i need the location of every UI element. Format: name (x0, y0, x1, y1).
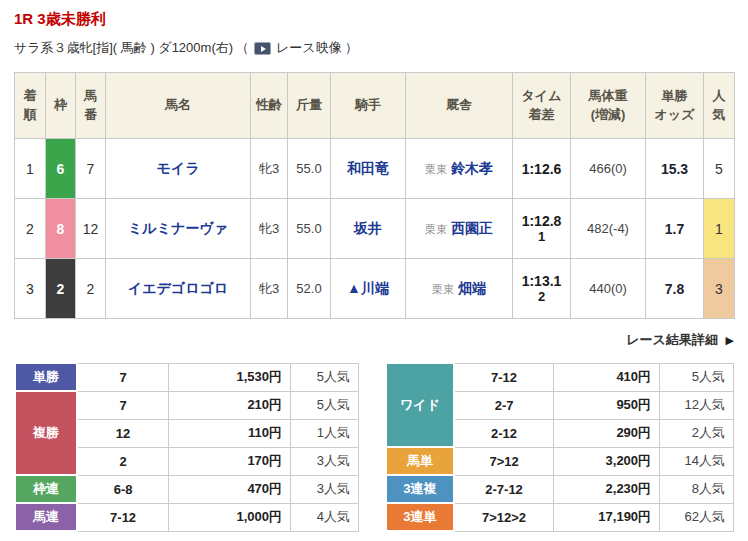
popularity-cell: 5人気 (660, 363, 734, 391)
race-video-link[interactable]: レース映像 (276, 39, 342, 57)
amount-cell: 950円 (554, 391, 660, 419)
col-header-time-margin: タイム着差 (513, 73, 571, 139)
popularity-cell: 1人気 (291, 419, 359, 447)
paren-close: ） (345, 39, 358, 57)
jockey-cell: ▲川端 (331, 259, 406, 319)
col-header-popularity: 人気 (704, 73, 735, 139)
odds-cell: 7.8 (646, 259, 704, 319)
combination-cell: 7-12 (77, 503, 169, 531)
stable-cell: 栗東西園正 (406, 199, 513, 259)
popularity-cell: 3 (704, 259, 735, 319)
amount-cell: 410円 (554, 363, 660, 391)
combination-cell: 2-7 (454, 391, 554, 419)
odds-cell: 1.7 (646, 199, 704, 259)
bet-type-label: 3連複 (386, 475, 454, 503)
amount-cell: 3,200円 (554, 447, 660, 475)
horse-weight-cell: 440(0) (571, 259, 646, 319)
jockey-cell: 坂井 (331, 199, 406, 259)
combination-cell: 7>12 (454, 447, 554, 475)
horse-name-cell: モイラ (106, 139, 251, 199)
horse-name-link[interactable]: モイラ (157, 160, 200, 176)
horse-name-cell: イエデゴロゴロ (106, 259, 251, 319)
popularity-cell: 3人気 (291, 447, 359, 475)
col-header-horse-weight: 馬体重(増減) (571, 73, 646, 139)
stable-region-label: 栗東 (425, 223, 447, 235)
frame-cell: 2 (46, 259, 76, 319)
combination-cell: 7>12>2 (454, 503, 554, 531)
time-margin-cell: 1:12.81 (513, 199, 571, 259)
frame-cell: 8 (46, 199, 76, 259)
popularity-cell: 2人気 (660, 419, 734, 447)
trainer-link[interactable]: 鈴木孝 (451, 160, 493, 176)
popularity-cell: 1 (704, 199, 735, 259)
combination-cell: 2-12 (454, 419, 554, 447)
result-row-3: 3 2 2 イエデゴロゴロ 牝3 52.0 ▲川端 栗東畑端 1:13.12 4… (15, 259, 735, 319)
bet-type-label: 複勝 (15, 391, 77, 475)
horse-name-link[interactable]: イエデゴロゴロ (128, 280, 228, 296)
trainer-link[interactable]: 畑端 (458, 280, 486, 296)
payout-row-place: 複勝 7 210円 5人気 (15, 391, 359, 419)
popularity-cell: 5人気 (291, 363, 359, 391)
col-header-sex-age: 性齢 (251, 73, 288, 139)
paren-open: （ (236, 39, 249, 57)
race-results-table: 着順 枠 馬番 馬名 性齢 斤量 騎手 厩舎 タイム着差 馬体重(増減) 単勝オ… (14, 72, 735, 319)
payout-row-wide: ワイド 7-12 410円 5人気 (386, 363, 734, 391)
popularity-cell: 4人気 (291, 503, 359, 531)
col-header-weight: 斤量 (288, 73, 331, 139)
frame-cell: 6 (46, 139, 76, 199)
amount-cell: 210円 (169, 391, 291, 419)
rank-cell: 3 (15, 259, 46, 319)
results-header-row: 着順 枠 馬番 馬名 性齢 斤量 騎手 厩舎 タイム着差 馬体重(増減) 単勝オ… (15, 73, 735, 139)
race-result-page: 1R 3歳未勝利 サラ系３歳牝[指]( 馬齢 ) ダ1200m(右) （ レース… (0, 0, 748, 532)
amount-cell: 1,000円 (169, 503, 291, 531)
amount-cell: 2,230円 (554, 475, 660, 503)
combination-cell: 2 (77, 447, 169, 475)
trainer-link[interactable]: 西園正 (451, 220, 493, 236)
popularity-cell: 14人気 (660, 447, 734, 475)
payout-table-right: ワイド 7-12 410円 5人気 2-7 950円 12人気 2-12 290… (385, 362, 734, 532)
stable-cell: 栗東鈴木孝 (406, 139, 513, 199)
amount-cell: 170円 (169, 447, 291, 475)
rank-cell: 1 (15, 139, 46, 199)
bet-type-label: 馬単 (386, 447, 454, 475)
col-header-odds: 単勝オッズ (646, 73, 704, 139)
jockey-cell: 和田竜 (331, 139, 406, 199)
payout-row-exacta: 馬単 7>12 3,200円 14人気 (386, 447, 734, 475)
race-result-detail-link[interactable]: レース結果詳細 ▶ (14, 331, 734, 349)
popularity-cell: 62人気 (660, 503, 734, 531)
combination-cell: 6-8 (77, 475, 169, 503)
payout-section: 単勝 7 1,530円 5人気 複勝 7 210円 5人気 12 110円 1人… (14, 362, 734, 532)
amount-cell: 470円 (169, 475, 291, 503)
horse-number-cell: 12 (76, 199, 106, 259)
video-play-icon[interactable] (254, 42, 271, 55)
payout-row-quinella: 馬連 7-12 1,000円 4人気 (15, 503, 359, 531)
sex-age-cell: 牝3 (251, 199, 288, 259)
jockey-weight-cell: 55.0 (288, 199, 331, 259)
combination-cell: 2-7-12 (454, 475, 554, 503)
play-triangle-icon (261, 46, 266, 52)
race-conditions-text: サラ系３歳牝[指]( 馬齢 ) ダ1200m(右) (14, 39, 233, 57)
payout-row-win: 単勝 7 1,530円 5人気 (15, 363, 359, 391)
amount-cell: 1,530円 (169, 363, 291, 391)
horse-name-cell: ミルミナーヴァ (106, 199, 251, 259)
popularity-cell: 12人気 (660, 391, 734, 419)
stable-cell: 栗東畑端 (406, 259, 513, 319)
combination-cell: 7-12 (454, 363, 554, 391)
col-header-jockey: 騎手 (331, 73, 406, 139)
horse-name-link[interactable]: ミルミナーヴァ (128, 220, 228, 236)
jockey-link[interactable]: 和田竜 (347, 160, 389, 176)
horse-number-cell: 7 (76, 139, 106, 199)
jockey-link[interactable]: ▲川端 (347, 280, 389, 296)
bet-type-label: 3連単 (386, 503, 454, 531)
horse-weight-cell: 466(0) (571, 139, 646, 199)
bet-type-label: 枠連 (15, 475, 77, 503)
col-header-rank: 着順 (15, 73, 46, 139)
payout-row-trio: 3連複 2-7-12 2,230円 8人気 (386, 475, 734, 503)
jockey-link[interactable]: 坂井 (354, 220, 382, 236)
payout-row-bracket-quinella: 枠連 6-8 470円 3人気 (15, 475, 359, 503)
popularity-cell: 3人気 (291, 475, 359, 503)
popularity-cell: 8人気 (660, 475, 734, 503)
sex-age-cell: 牝3 (251, 139, 288, 199)
race-title: 1R 3歳未勝利 (14, 10, 734, 29)
payout-table-left: 単勝 7 1,530円 5人気 複勝 7 210円 5人気 12 110円 1人… (14, 362, 359, 532)
